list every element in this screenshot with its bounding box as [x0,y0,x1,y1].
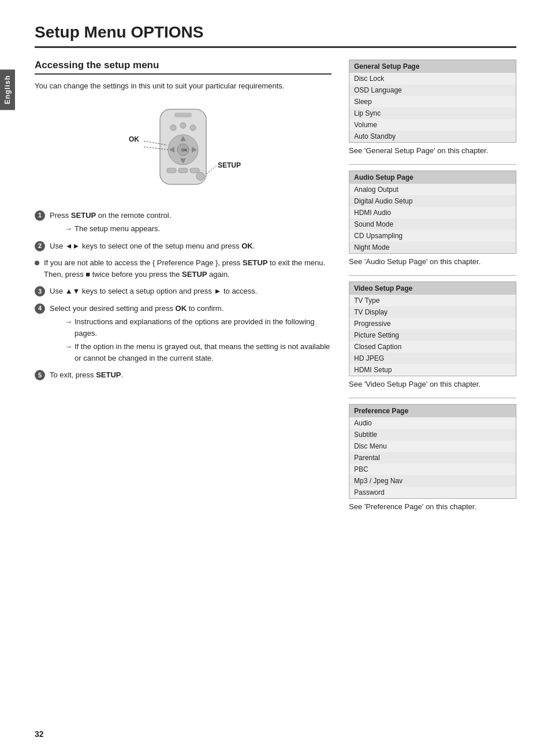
table-row: Disc Menu [349,440,516,452]
step-1: 1 Press SETUP on the remote control. → T… [35,210,332,235]
audio-setup-table: Audio Setup Page Analog OutputDigital Au… [349,171,516,254]
list-item: TV Type [349,295,516,306]
ok-label: OK [129,135,139,143]
step-4: 4 Select your desired setting and press … [35,303,332,364]
table-row: Picture Setting [349,329,516,341]
list-item: Password [349,487,516,499]
table-row: Parental [349,452,516,464]
general-setup-table: General Setup Page Disc LockOSD Language… [349,60,516,143]
list-item: Lip Sync [349,108,516,119]
preference-setup-table: Preference Page AudioSubtitleDisc MenuPa… [349,404,516,499]
page-number: 32 [35,729,44,739]
list-item: Disc Menu [349,440,516,452]
preference-see-text: See 'Preference Page' on this chapter. [349,502,516,511]
general-header: General Setup Page [349,60,516,73]
step-5: 5 To exit, press SETUP. [35,369,332,381]
svg-rect-1 [174,113,192,117]
table-row: Analog Output [349,184,516,195]
list-item: Analog Output [349,184,516,195]
list-item: HD JPEG [349,353,516,364]
table-row: HDMI Setup [349,364,516,376]
general-see-text: See 'General Setup Page' on this chapter… [349,146,516,155]
list-item: Auto Standby [349,131,516,143]
step-3: 3 Use ▲▼ keys to select a setup option a… [35,286,332,297]
step-1-text: Press SETUP on the remote control. → The… [50,210,332,235]
list-item: Sleep [349,96,516,108]
list-item: Closed Caption [349,341,516,353]
svg-text:OK: OK [181,148,188,152]
divider-1 [349,164,516,165]
table-row: Volume [349,119,516,131]
left-column: Accessing the setup menu You can change … [35,60,332,520]
step-2: 2 Use ◄► keys to select one of the setup… [35,240,332,252]
list-item: Sound Mode [349,218,516,230]
table-row: Subtitle [349,429,516,440]
video-setup-table: Video Setup Page TV TypeTV DisplayProgre… [349,281,516,376]
table-row: Audio [349,417,516,429]
video-header: Video Setup Page [349,282,516,295]
step-5-text: To exit, press SETUP. [50,369,332,381]
table-row: Progressive [349,318,516,329]
step-num-2: 2 [35,241,45,251]
table-row: OSD Language [349,84,516,96]
svg-point-9 [180,123,186,128]
list-item: Parental [349,452,516,464]
step-num-1: 1 [35,210,45,221]
list-item: Volume [349,119,516,131]
preference-header: Preference Page [349,405,516,418]
list-item: Disc Lock [349,73,516,84]
list-item: PBC [349,464,516,475]
table-row: Closed Caption [349,341,516,353]
table-row: Disc Lock [349,73,516,84]
list-item: Night Mode [349,242,516,254]
table-row: TV Display [349,306,516,318]
english-tab: English [0,69,15,110]
steps-container: 1 Press SETUP on the remote control. → T… [35,210,332,381]
page-title: Setup Menu OPTIONS [35,23,516,48]
list-item: Digital Audio Setup [349,195,516,207]
step-3-text: Use ▲▼ keys to select a setup option and… [50,286,332,297]
table-row: CD Upsampling [349,230,516,242]
table-row: Lip Sync [349,108,516,119]
table-row: PBC [349,464,516,475]
step-bullet: If you are not able to access the { Pref… [35,257,332,280]
svg-point-14 [196,172,204,180]
table-row: Auto Standby [349,131,516,143]
audio-see-text: See 'Audio Setup Page' on this chapter. [349,257,516,266]
list-item: HDMI Audio [349,207,516,218]
list-item: Progressive [349,318,516,329]
step-bullet-text: If you are not able to access the { Pref… [44,257,332,280]
table-row: Sleep [349,96,516,108]
list-item: TV Display [349,306,516,318]
list-item: Subtitle [349,429,516,440]
step-4-sub1: → Instructions and explanations of the o… [65,316,332,339]
list-item: CD Upsampling [349,230,516,242]
table-row: Digital Audio Setup [349,195,516,207]
remote-illustration: OK OK SETUP [35,103,332,196]
intro-text: You can change the settings in this unit… [35,80,332,92]
table-row: HDMI Audio [349,207,516,218]
table-row: Night Mode [349,242,516,254]
step-num-4: 4 [35,303,45,314]
video-see-text: See 'Video Setup Page' on this chapter. [349,380,516,388]
list-item: Mp3 / Jpeg Nav [349,475,516,487]
section-heading: Accessing the setup menu [35,60,332,75]
right-column: General Setup Page Disc LockOSD Language… [349,60,516,520]
divider-2 [349,275,516,276]
divider-3 [349,398,516,398]
step-2-text: Use ◄► keys to select one of the setup m… [50,240,332,252]
table-row: HD JPEG [349,353,516,364]
svg-point-8 [170,125,176,131]
audio-header: Audio Setup Page [349,171,516,184]
svg-rect-11 [167,168,176,173]
table-row: TV Type [349,295,516,306]
list-item: OSD Language [349,84,516,96]
step-1-sub: → The setup menu appears. [65,223,332,235]
step-4-text: Select your desired setting and press OK… [50,303,332,364]
step-bullet-dot [35,261,39,265]
setup-label: SETUP [218,161,241,169]
table-row: Mp3 / Jpeg Nav [349,475,516,487]
svg-point-10 [190,125,196,131]
table-row: Password [349,487,516,499]
step-num-3: 3 [35,286,45,297]
